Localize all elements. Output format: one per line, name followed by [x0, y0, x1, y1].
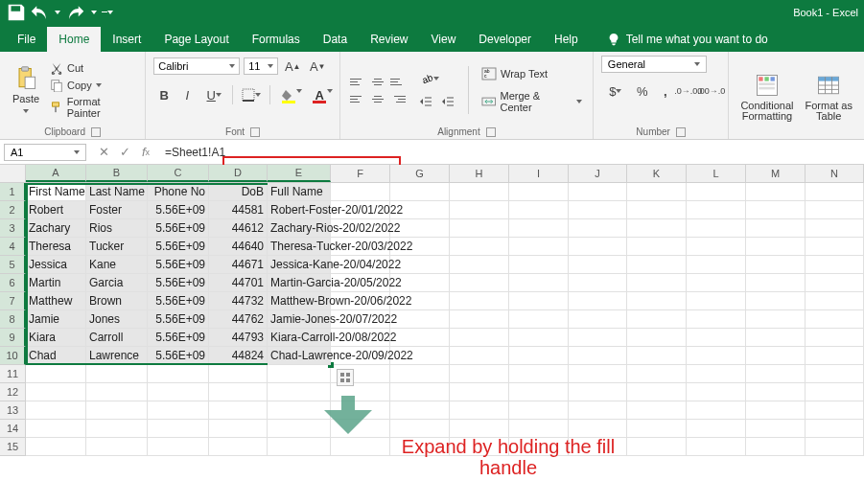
bold-button[interactable]: B — [153, 84, 175, 105]
cell[interactable] — [806, 383, 864, 401]
cell[interactable]: 5.56E+09 — [148, 292, 209, 310]
name-box[interactable]: A1 — [4, 144, 86, 161]
cell[interactable]: 5.56E+09 — [148, 201, 209, 219]
column-header[interactable]: A — [26, 165, 86, 182]
cell[interactable]: 44640 — [209, 238, 268, 256]
column-header[interactable]: H — [450, 165, 509, 182]
cell[interactable] — [687, 201, 746, 219]
cell[interactable] — [509, 347, 569, 365]
cell[interactable] — [268, 383, 331, 401]
row-header[interactable]: 13 — [0, 401, 26, 420]
cell[interactable] — [627, 365, 687, 383]
cell[interactable]: 5.56E+09 — [148, 310, 209, 329]
row-header[interactable]: 2 — [0, 201, 26, 219]
row-header[interactable]: 7 — [0, 292, 26, 310]
merge-center-button[interactable]: Merge & Center — [479, 88, 585, 115]
cell[interactable] — [209, 365, 268, 383]
undo-icon[interactable] — [29, 2, 50, 23]
cell[interactable] — [806, 365, 864, 383]
cell[interactable]: Foster — [86, 201, 148, 219]
decrease-indent-button[interactable] — [415, 91, 436, 112]
cell[interactable] — [148, 438, 209, 456]
column-header[interactable]: C — [148, 165, 209, 182]
cell[interactable] — [569, 183, 627, 201]
cell[interactable]: Zachary — [26, 219, 86, 238]
cell[interactable]: Martin-Garcia-20/05/2022 — [268, 274, 331, 292]
cell[interactable] — [806, 238, 864, 256]
cell[interactable]: Robert — [26, 201, 86, 219]
tab-developer[interactable]: Developer — [467, 27, 543, 52]
tab-home[interactable]: Home — [47, 27, 101, 52]
cell[interactable] — [390, 329, 450, 347]
cell[interactable] — [509, 329, 569, 347]
cell[interactable] — [450, 383, 509, 401]
cut-button[interactable]: Cut — [48, 60, 137, 76]
cell[interactable] — [450, 329, 509, 347]
cell[interactable] — [450, 401, 509, 420]
cell[interactable] — [627, 238, 687, 256]
cell[interactable]: 44612 — [209, 219, 268, 238]
cell[interactable] — [627, 256, 687, 274]
cell[interactable] — [26, 401, 86, 420]
cancel-formula-button[interactable]: ✕ — [94, 143, 113, 162]
cell[interactable] — [268, 401, 331, 420]
cell[interactable] — [86, 383, 148, 401]
format-painter-button[interactable]: Format Painter — [48, 95, 137, 120]
cell[interactable] — [450, 183, 509, 201]
cell[interactable] — [746, 274, 806, 292]
cell[interactable] — [806, 310, 864, 329]
cell[interactable] — [569, 329, 627, 347]
cell[interactable]: Tucker — [86, 238, 148, 256]
column-header[interactable]: D — [209, 165, 268, 182]
row-header[interactable]: 11 — [0, 365, 26, 383]
cell[interactable] — [746, 201, 806, 219]
redo-dropdown-icon[interactable] — [88, 2, 100, 23]
cell[interactable] — [687, 256, 746, 274]
row-header[interactable]: 1 — [0, 183, 26, 201]
cell[interactable] — [569, 383, 627, 401]
cell[interactable] — [627, 201, 687, 219]
cell[interactable] — [450, 201, 509, 219]
cell[interactable] — [450, 347, 509, 365]
cell[interactable]: Martin — [26, 274, 86, 292]
increase-decimal-button[interactable]: .0→.00 — [678, 80, 699, 102]
tab-insert[interactable]: Insert — [101, 27, 152, 52]
column-header[interactable]: M — [746, 165, 806, 182]
number-dialog-launcher[interactable] — [676, 127, 686, 137]
cell[interactable]: 44732 — [209, 292, 268, 310]
cell[interactable] — [806, 438, 864, 456]
cell[interactable]: Chad — [26, 347, 86, 365]
cell[interactable] — [687, 438, 746, 456]
wrap-text-button[interactable]: abcWrap Text — [479, 65, 585, 82]
underline-button[interactable]: U — [199, 84, 228, 105]
cell[interactable] — [746, 383, 806, 401]
row-header[interactable]: 15 — [0, 438, 26, 456]
cell[interactable]: Full Name — [268, 183, 331, 201]
cell[interactable] — [569, 365, 627, 383]
row-header[interactable]: 10 — [0, 347, 26, 365]
cell[interactable] — [86, 401, 148, 420]
cell[interactable] — [746, 183, 806, 201]
cell[interactable] — [509, 383, 569, 401]
tab-help[interactable]: Help — [543, 27, 590, 52]
undo-dropdown-icon[interactable] — [52, 2, 63, 23]
column-header[interactable]: I — [509, 165, 569, 182]
cell[interactable]: Robert-Foster-20/01/2022 — [268, 201, 331, 219]
cell[interactable]: 5.56E+09 — [148, 256, 209, 274]
column-header[interactable]: F — [331, 165, 390, 182]
cell[interactable] — [806, 183, 864, 201]
cell[interactable] — [86, 438, 148, 456]
cell[interactable]: Brown — [86, 292, 148, 310]
autofill-options-button[interactable] — [337, 369, 354, 386]
cell[interactable] — [746, 329, 806, 347]
font-dialog-launcher[interactable] — [250, 127, 260, 137]
align-bottom-button[interactable] — [388, 74, 408, 89]
cell[interactable] — [450, 219, 509, 238]
row-header[interactable]: 3 — [0, 219, 26, 238]
cell[interactable] — [627, 274, 687, 292]
select-all-corner[interactable] — [0, 165, 26, 182]
cell[interactable] — [509, 274, 569, 292]
cell[interactable] — [509, 256, 569, 274]
column-header[interactable]: B — [86, 165, 148, 182]
format-as-table-button[interactable]: Format as Table — [801, 70, 856, 124]
